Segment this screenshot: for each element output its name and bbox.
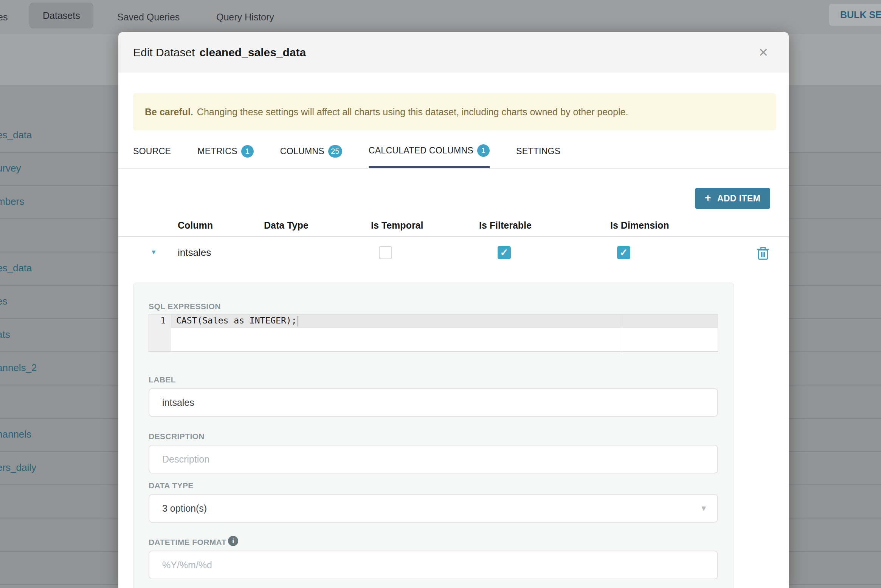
header-is-dimension: Is Dimension bbox=[610, 220, 669, 231]
close-icon[interactable]: ✕ bbox=[755, 45, 771, 60]
label-field-label: LABEL bbox=[149, 375, 176, 384]
header-column: Column bbox=[178, 220, 213, 231]
calculated-columns-count-badge: 1 bbox=[477, 144, 490, 157]
background-dataset-link[interactable]: annels_2 bbox=[0, 362, 37, 374]
nav-tab-query-history[interactable]: Query History bbox=[216, 0, 274, 34]
warning-bold-text: Be careful. bbox=[145, 107, 193, 118]
warning-banner: Be careful. Changing these settings will… bbox=[133, 93, 776, 130]
bulk-select-button[interactable]: BULK SELE bbox=[829, 4, 881, 26]
plus-icon: + bbox=[705, 192, 711, 204]
modal-title-dataset-name: cleaned_sales_data bbox=[199, 46, 306, 59]
header-data-type: Data Type bbox=[264, 220, 309, 231]
background-dataset-link[interactable]: mbers bbox=[0, 196, 24, 207]
tab-calculated-columns[interactable]: CALCULATED COLUMNS 1 bbox=[369, 140, 490, 168]
tab-columns-label: COLUMNS bbox=[280, 146, 324, 156]
trash-icon[interactable] bbox=[756, 246, 770, 260]
background-dataset-link[interactable]: ers_daily bbox=[0, 462, 36, 473]
tab-metrics[interactable]: METRICS 1 bbox=[197, 140, 254, 168]
datetime-format-input[interactable] bbox=[149, 551, 718, 579]
column-name: intsales bbox=[178, 247, 211, 258]
warning-text: Changing these settings will affect all … bbox=[197, 107, 628, 118]
edit-dataset-modal: Edit Dataset cleaned_sales_data ✕ Be car… bbox=[118, 32, 789, 588]
data-type-select[interactable]: 3 option(s) ▼ bbox=[149, 494, 718, 523]
modal-tabs: SOURCE METRICS 1 COLUMNS 25 CALCULATED C… bbox=[118, 140, 789, 169]
background-dataset-link[interactable]: es_data bbox=[0, 129, 32, 141]
editor-cursor bbox=[298, 316, 298, 326]
modal-title-prefix: Edit Dataset bbox=[133, 46, 195, 59]
header-is-filterable: Is Filterable bbox=[479, 220, 532, 231]
tab-metrics-label: METRICS bbox=[197, 146, 237, 156]
background-dataset-link[interactable]: es bbox=[0, 296, 7, 307]
data-type-field-label: DATA TYPE bbox=[149, 481, 194, 490]
nav-tab-partial[interactable]: es bbox=[0, 0, 8, 34]
tab-calculated-columns-label: CALCULATED COLUMNS bbox=[369, 145, 473, 156]
modal-title: Edit Dataset cleaned_sales_data bbox=[133, 32, 306, 73]
is-temporal-checkbox[interactable] bbox=[379, 246, 392, 259]
description-field-label: DESCRIPTION bbox=[149, 432, 205, 441]
calculated-column-detail-panel: SQL EXPRESSION 1 CAST(Sales as INTEGER);… bbox=[133, 283, 734, 588]
background-dataset-link[interactable]: ats bbox=[0, 329, 10, 340]
header-is-temporal: Is Temporal bbox=[371, 220, 423, 231]
editor-code: CAST(Sales as INTEGER); bbox=[176, 316, 298, 326]
sql-expression-label: SQL EXPRESSION bbox=[149, 302, 221, 311]
info-icon[interactable]: i bbox=[228, 536, 238, 546]
modal-header: Edit Dataset cleaned_sales_data ✕ bbox=[118, 32, 789, 73]
datetime-format-field-label: DATETIME FORMAT bbox=[149, 538, 226, 547]
add-item-label: ADD ITEM bbox=[717, 193, 760, 204]
table-divider bbox=[118, 236, 789, 237]
tab-source[interactable]: SOURCE bbox=[133, 140, 171, 168]
add-item-button[interactable]: + ADD ITEM bbox=[695, 188, 770, 209]
background-dataset-link[interactable]: urvey bbox=[0, 162, 21, 174]
is-dimension-checkbox[interactable]: ✓ bbox=[617, 246, 630, 259]
tab-settings-label: SETTINGS bbox=[516, 146, 560, 156]
background-dataset-link[interactable]: es_data bbox=[0, 262, 32, 274]
description-input[interactable] bbox=[149, 445, 718, 473]
background-dataset-link[interactable]: hannels bbox=[0, 429, 31, 440]
metrics-count-badge: 1 bbox=[241, 145, 254, 158]
editor-line-number: 1 bbox=[149, 316, 171, 325]
sql-expression-editor[interactable]: 1 CAST(Sales as INTEGER); bbox=[149, 314, 718, 352]
is-filterable-checkbox[interactable]: ✓ bbox=[498, 246, 511, 259]
screen: es Datasets Saved Queries Query History … bbox=[0, 0, 881, 588]
select-caret-icon: ▼ bbox=[700, 504, 707, 513]
tab-columns[interactable]: COLUMNS 25 bbox=[280, 140, 342, 168]
label-input[interactable] bbox=[149, 388, 718, 417]
columns-count-badge: 25 bbox=[328, 145, 342, 158]
nav-tab-saved-queries[interactable]: Saved Queries bbox=[117, 0, 180, 34]
background-top-nav: es Datasets Saved Queries Query History … bbox=[0, 0, 881, 34]
row-expand-caret-icon[interactable]: ▼ bbox=[150, 249, 157, 256]
tab-settings[interactable]: SETTINGS bbox=[516, 140, 560, 168]
nav-tab-datasets[interactable]: Datasets bbox=[29, 3, 93, 28]
data-type-value: 3 option(s) bbox=[162, 503, 207, 514]
tab-source-label: SOURCE bbox=[133, 146, 171, 156]
editor-print-margin bbox=[621, 314, 621, 351]
